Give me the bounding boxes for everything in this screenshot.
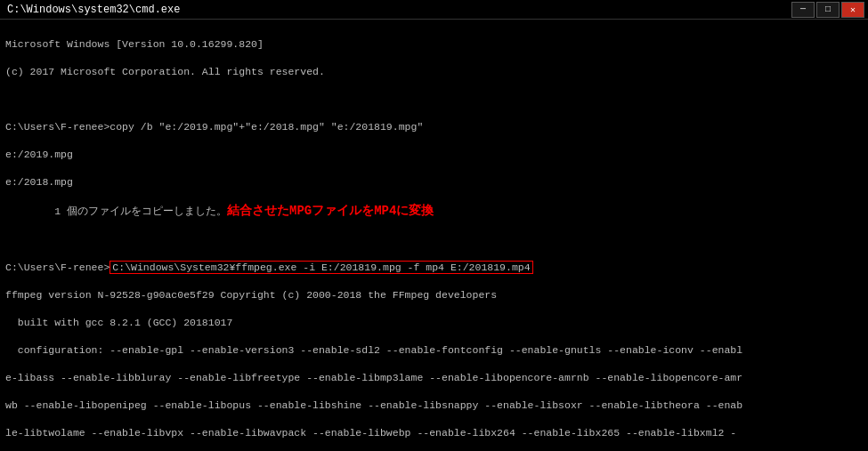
highlight-text: 結合させたMPGファイルをMP4に変換 bbox=[227, 204, 434, 218]
console-output: Microsoft Windows [Version 10.0.16299.82… bbox=[0, 20, 868, 451]
line-7: 1 個のファイルをコピーしました。結合させたMPGファイルをMP4に変換 bbox=[5, 203, 863, 220]
line-9: C:\Users\F-renee>C:\Windows\System32¥ffm… bbox=[5, 261, 863, 275]
line-11: built with gcc 8.2.1 (GCC) 20181017 bbox=[5, 316, 863, 330]
close-button[interactable]: ✕ bbox=[841, 2, 864, 18]
minimize-button[interactable]: ─ bbox=[791, 2, 815, 18]
window-controls: ─ □ ✕ bbox=[791, 2, 864, 18]
cmd-box: C:\Windows\System32¥ffmpeg.exe -i E:/201… bbox=[110, 261, 532, 274]
line-5: e:/2019.mpg bbox=[5, 148, 863, 162]
line-4: C:\Users\F-renee>copy /b "e:/2019.mpg"+"… bbox=[5, 120, 863, 134]
cmd-window: C:\Windows\system32\cmd.exe ─ □ ✕ Micros… bbox=[0, 0, 868, 451]
line-1: Microsoft Windows [Version 10.0.16299.82… bbox=[5, 37, 863, 52]
line-15: le-libtwolame --enable-libvpx --enable-l… bbox=[5, 426, 863, 440]
line-6: e:/2018.mpg bbox=[5, 175, 863, 189]
line-12: configuration: --enable-gpl --enable-ver… bbox=[5, 343, 863, 358]
line-2: (c) 2017 Microsoft Corporation. All righ… bbox=[5, 65, 863, 79]
line-8 bbox=[5, 233, 863, 247]
line-14: wb --enable-libopenipeg --enable-libopus… bbox=[5, 399, 863, 413]
title-bar: C:\Windows\system32\cmd.exe ─ □ ✕ bbox=[0, 0, 868, 20]
line-13: e-libass --enable-libbluray --enable-lib… bbox=[5, 371, 863, 385]
line-3 bbox=[5, 93, 863, 107]
maximize-button[interactable]: □ bbox=[816, 2, 840, 18]
line-10: ffmpeg version N-92528-g90ac0e5f29 Copyr… bbox=[5, 288, 863, 302]
window-title: C:\Windows\system32\cmd.exe bbox=[7, 4, 180, 16]
